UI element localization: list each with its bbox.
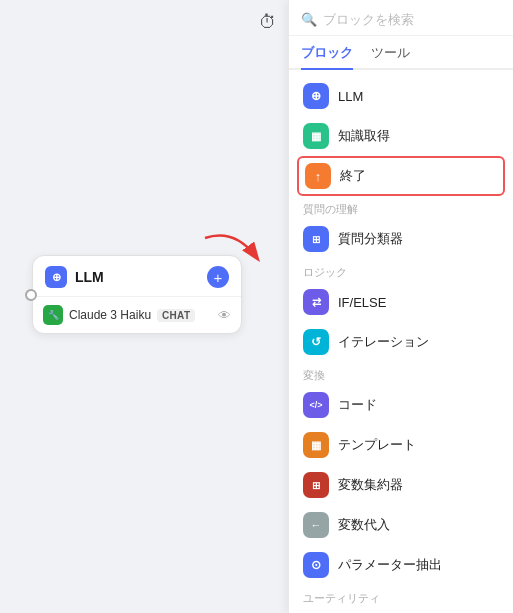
var-agg-icon: ⊞ — [303, 472, 329, 498]
llm-node-title: LLM — [75, 269, 104, 285]
llm-node-icon: ⊕ — [45, 266, 67, 288]
iteration-icon: ↺ — [303, 329, 329, 355]
model-label: Claude 3 Haiku — [69, 308, 151, 322]
chat-badge: CHAT — [157, 309, 195, 322]
ifelse-label: IF/ELSE — [338, 295, 386, 310]
list-item-llm[interactable]: ⊕ LLM — [289, 76, 513, 116]
clock-icon[interactable]: ⏱ — [259, 12, 277, 33]
panel: 🔍 ブロック ツール ⊕ LLM ▦ 知識取得 ↑ 終了 質問の理解 ⊞ 質問分… — [288, 0, 513, 613]
llm-node-body: 🔧 Claude 3 Haiku CHAT 👁 — [33, 297, 241, 333]
tab-tools[interactable]: ツール — [371, 38, 410, 70]
knowledge-label: 知識取得 — [338, 127, 390, 145]
end-icon: ↑ — [305, 163, 331, 189]
llm-label: LLM — [338, 89, 363, 104]
list-item-http[interactable]: HTTP HTTPリクエスト — [289, 608, 513, 613]
search-input[interactable] — [323, 12, 501, 27]
iteration-label: イテレーション — [338, 333, 429, 351]
classifier-icon: ⊞ — [303, 226, 329, 252]
list-item-param-extract[interactable]: ⊙ パラメーター抽出 — [289, 545, 513, 585]
code-icon: </> — [303, 392, 329, 418]
eye-icon[interactable]: 👁 — [218, 308, 231, 323]
node-connector-left[interactable] — [25, 289, 37, 301]
template-label: テンプレート — [338, 436, 416, 454]
model-icon: 🔧 — [43, 305, 63, 325]
var-agg-label: 変数集約器 — [338, 476, 403, 494]
list-item-var-assign[interactable]: ← 変数代入 — [289, 505, 513, 545]
llm-node-header: ⊕ LLM + — [33, 256, 241, 297]
param-extract-label: パラメーター抽出 — [338, 556, 442, 574]
list-item-template[interactable]: ▦ テンプレート — [289, 425, 513, 465]
end-label: 終了 — [340, 167, 366, 185]
llm-icon: ⊕ — [303, 83, 329, 109]
knowledge-icon: ▦ — [303, 123, 329, 149]
list-item-iteration[interactable]: ↺ イテレーション — [289, 322, 513, 362]
tab-blocks[interactable]: ブロック — [301, 38, 353, 70]
search-icon: 🔍 — [301, 12, 317, 27]
param-extract-icon: ⊙ — [303, 552, 329, 578]
classifier-label: 質問分類器 — [338, 230, 403, 248]
code-label: コード — [338, 396, 377, 414]
var-assign-label: 変数代入 — [338, 516, 390, 534]
list-item-var-agg[interactable]: ⊞ 変数集約器 — [289, 465, 513, 505]
section-question: 質問の理解 — [289, 196, 513, 219]
panel-tabs: ブロック ツール — [289, 38, 513, 70]
list-item-code[interactable]: </> コード — [289, 385, 513, 425]
list-item-classifier[interactable]: ⊞ 質問分類器 — [289, 219, 513, 259]
llm-node: ⊕ LLM + 🔧 Claude 3 Haiku CHAT 👁 — [32, 255, 242, 334]
list-item-ifelse[interactable]: ⇄ IF/ELSE — [289, 282, 513, 322]
list-item-knowledge[interactable]: ▦ 知識取得 — [289, 116, 513, 156]
list-item-end[interactable]: ↑ 終了 — [297, 156, 505, 196]
ifelse-icon: ⇄ — [303, 289, 329, 315]
section-logic: ロジック — [289, 259, 513, 282]
template-icon: ▦ — [303, 432, 329, 458]
panel-list: ⊕ LLM ▦ 知識取得 ↑ 終了 質問の理解 ⊞ 質問分類器 ロジック ⇄ I… — [289, 70, 513, 613]
section-transform: 変換 — [289, 362, 513, 385]
search-bar: 🔍 — [289, 0, 513, 36]
var-assign-icon: ← — [303, 512, 329, 538]
llm-node-add-button[interactable]: + — [207, 266, 229, 288]
section-utility: ユーティリティ — [289, 585, 513, 608]
